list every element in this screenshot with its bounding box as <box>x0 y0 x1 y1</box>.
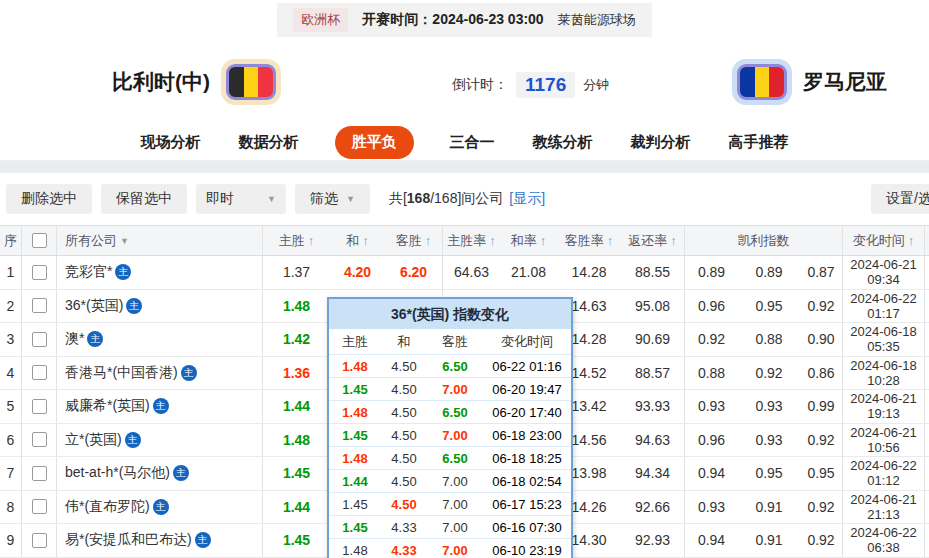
filter-label: 筛选 <box>310 190 338 208</box>
kelly-away: 0.87 <box>800 256 843 289</box>
company-name[interactable]: 香港马*(中国香港) <box>65 364 178 382</box>
kelly-draw: 0.88 <box>738 323 800 356</box>
popup-change-time: 06-16 07:30 <box>483 520 571 535</box>
row-checkbox[interactable] <box>32 533 47 548</box>
col-header-home-win[interactable]: 主胜↑ <box>263 226 330 255</box>
col-header-draw[interactable]: 和↑ <box>330 226 385 255</box>
company-name[interactable]: 36*(英国) <box>65 297 123 315</box>
odds-home-win[interactable]: 1.44 <box>263 491 330 524</box>
time-mode-dropdown[interactable]: 即时 ▼ <box>196 184 286 214</box>
col-header-away-win[interactable]: 客胜↑ <box>385 226 443 255</box>
company-home-icon: 主 <box>153 398 169 414</box>
popup-draw-odds: 4.50 <box>381 382 427 397</box>
company-name[interactable]: 伟*(直布罗陀) <box>65 498 150 516</box>
kelly-draw: 0.91 <box>738 524 800 557</box>
match-header: 比利时(中) 倒计时： 1176 分钟 罗马尼亚 <box>0 40 929 125</box>
row-checkbox[interactable] <box>32 298 47 313</box>
odds-home-win[interactable]: 1.45 <box>263 457 330 490</box>
tab-5[interactable]: 教练分析 <box>531 127 595 158</box>
kelly-draw: 0.89 <box>738 256 800 289</box>
company-home-icon: 主 <box>153 499 169 515</box>
kelly-draw: 0.95 <box>738 457 800 490</box>
change-clock: 09:34 <box>867 272 900 287</box>
col-header-kelly[interactable]: 凯利指数 <box>685 226 843 255</box>
odds-home-win[interactable]: 1.44 <box>263 390 330 423</box>
row-checkbox[interactable] <box>32 265 47 280</box>
row-checkbox[interactable] <box>32 499 47 514</box>
row-checkbox[interactable] <box>32 332 47 347</box>
col-header-return-rate[interactable]: 返还率↑ <box>621 226 685 255</box>
home-win-rate: 64.63 <box>443 256 500 289</box>
league-badge[interactable]: 欧洲杯 <box>293 8 348 32</box>
tab-6[interactable]: 裁判分析 <box>629 127 693 158</box>
change-time: 2024-06-2110:56 <box>843 424 925 457</box>
select-all-checkbox[interactable] <box>32 233 47 248</box>
popup-row: 1.454.507.0006-20 19:47 <box>329 377 571 400</box>
return-rate: 94.63 <box>621 424 685 457</box>
row-edge <box>925 323 929 356</box>
change-clock: 10:28 <box>867 373 900 388</box>
odds-home-win[interactable]: 1.37 <box>263 256 330 289</box>
popup-home-odds: 1.44 <box>329 474 381 489</box>
tab-1[interactable]: 现场分析 <box>139 127 203 158</box>
tab-3[interactable]: 胜平负 <box>335 126 414 159</box>
company-cell: 澳*主 <box>57 323 263 356</box>
keep-selected-button[interactable]: 保留选中 <box>101 184 187 214</box>
odds-home-win[interactable]: 1.42 <box>263 323 330 356</box>
tab-4[interactable]: 三合一 <box>448 127 497 158</box>
odds-home-win[interactable]: 1.36 <box>263 357 330 390</box>
col-header-home-rate[interactable]: 主胜率↑ <box>443 226 500 255</box>
row-checkbox[interactable] <box>32 365 47 380</box>
kelly-away: 0.95 <box>800 457 843 490</box>
company-cell: 36*(英国)主 <box>57 290 263 323</box>
col-header-company[interactable]: 所有公司▼ <box>57 226 263 255</box>
show-link[interactable]: [显示] <box>509 190 545 206</box>
row-checkbox[interactable] <box>32 466 47 481</box>
return-rate: 93.93 <box>621 390 685 423</box>
company-name[interactable]: 易*(安提瓜和巴布达) <box>65 531 192 549</box>
odds-home-win[interactable]: 1.48 <box>263 290 330 323</box>
match-info-box: 欧洲杯 开赛时间：2024-06-23 03:00 莱茵能源球场 <box>277 3 651 37</box>
row-checkbox[interactable] <box>32 432 47 447</box>
company-home-icon: 主 <box>126 298 142 314</box>
filter-dropdown[interactable]: 筛选 ▼ <box>295 184 370 214</box>
popup-col-draw: 和 <box>381 333 427 351</box>
odds-home-win[interactable]: 1.45 <box>263 524 330 557</box>
row-edge <box>925 491 929 524</box>
company-name[interactable]: 立*(英国) <box>65 431 122 449</box>
company-name[interactable]: 澳* <box>65 330 84 348</box>
row-checkbox[interactable] <box>32 399 47 414</box>
return-rate: 90.69 <box>621 323 685 356</box>
row-checkbox-cell <box>22 424 57 457</box>
row-edge <box>925 424 929 457</box>
return-rate: 92.93 <box>621 524 685 557</box>
tab-2[interactable]: 数据分析 <box>237 127 301 158</box>
kelly-away: 0.92 <box>800 290 843 323</box>
popup-draw-odds: 4.33 <box>381 543 427 558</box>
delete-selected-button[interactable]: 删除选中 <box>6 184 92 214</box>
popup-away-odds: 7.00 <box>427 474 483 489</box>
col-header-draw-rate[interactable]: 和率↑ <box>500 226 557 255</box>
col-header-change-time[interactable]: 变化时间↑ <box>843 226 925 255</box>
odds-home-win[interactable]: 1.48 <box>263 424 330 457</box>
settings-button[interactable]: 设置/选 <box>871 184 929 214</box>
top-info-bar: 欧洲杯 开赛时间：2024-06-23 03:00 莱茵能源球场 <box>0 0 929 40</box>
popup-away-odds: 6.50 <box>427 405 483 420</box>
odds-draw[interactable]: 4.20 <box>330 256 385 289</box>
company-name[interactable]: bet-at-h*(马尔他) <box>65 464 170 482</box>
company-name[interactable]: 竞彩官* <box>65 263 112 281</box>
tab-7[interactable]: 高手推荐 <box>727 127 791 158</box>
table-toolbar: 删除选中 保留选中 即时 ▼ 筛选 ▼ 共[168/168]间公司[显示] 设置… <box>0 173 929 225</box>
company-name[interactable]: 威廉希*(英国) <box>65 397 150 415</box>
popup-change-time: 06-10 23:19 <box>483 543 571 558</box>
kelly-draw: 0.92 <box>738 357 800 390</box>
row-checkbox-cell <box>22 323 57 356</box>
kelly-home: 0.96 <box>685 424 738 457</box>
popup-col-away: 客胜 <box>427 333 483 351</box>
sort-asc-icon: ↑ <box>607 233 614 248</box>
row-edge <box>925 524 929 557</box>
change-date: 2024-06-22 <box>850 291 917 306</box>
col-header-away-rate[interactable]: 客胜率↑ <box>557 226 621 255</box>
row-checkbox-cell <box>22 524 57 557</box>
odds-away-win[interactable]: 6.20 <box>385 256 443 289</box>
